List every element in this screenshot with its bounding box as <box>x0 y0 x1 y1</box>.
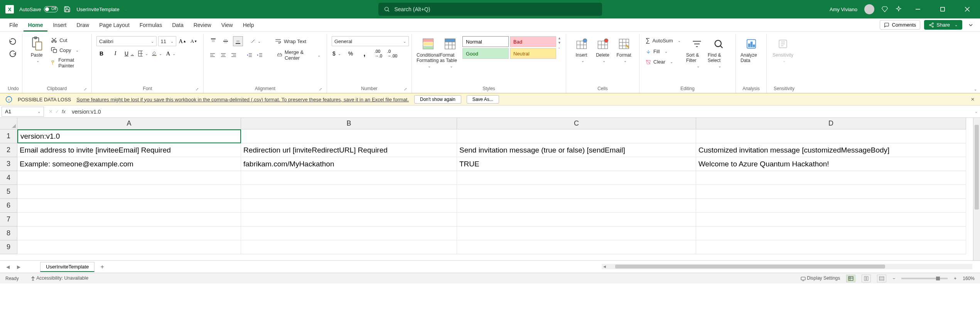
cell-B6[interactable] <box>241 199 457 213</box>
align-top-icon[interactable] <box>208 36 218 46</box>
cell-B2[interactable]: Redirection url [inviteRedirectURL] Requ… <box>241 143 457 157</box>
clear-button[interactable]: Clear⌄ <box>644 58 682 65</box>
cell-D9[interactable] <box>696 240 966 254</box>
number-format-select[interactable]: General⌄ <box>332 36 409 46</box>
document-name[interactable]: UserInviteTemplate⌄ <box>76 7 127 12</box>
row-header-9[interactable]: 9 <box>0 240 17 254</box>
msgbar-text[interactable]: Some features might be lost if you save … <box>76 97 409 102</box>
bold-button[interactable]: B <box>96 49 106 59</box>
row-header-3[interactable]: 3 <box>0 157 17 171</box>
cell-D8[interactable] <box>696 226 966 240</box>
dont-show-again-button[interactable]: Don't show again <box>414 95 461 104</box>
cell-C2[interactable]: Send invitation message (true or false) … <box>457 143 696 157</box>
maximize-button[interactable] <box>934 0 951 18</box>
cell-A7[interactable] <box>17 213 241 226</box>
name-box[interactable]: A1⌄ <box>2 107 44 117</box>
tab-review[interactable]: Review <box>189 18 216 32</box>
autosave-toggle[interactable]: AutoSave Off <box>19 6 58 12</box>
format-table-button[interactable]: Format as Table⌄ <box>440 36 460 68</box>
cell-C5[interactable] <box>457 185 696 199</box>
vertical-scrollbar[interactable] <box>973 118 980 260</box>
insert-cells-button[interactable]: Insert⌄ <box>571 36 592 63</box>
zoom-in-icon[interactable]: + <box>954 276 956 281</box>
cell-B1[interactable] <box>241 129 457 143</box>
share-button[interactable]: Share⌄ <box>924 20 962 30</box>
analyze-data-button[interactable]: Analyze Data <box>740 36 762 63</box>
row-header-8[interactable]: 8 <box>0 226 17 240</box>
cell-A6[interactable] <box>17 199 241 213</box>
cell-D2[interactable]: Customized invitation message [customize… <box>696 143 966 157</box>
increase-font-icon[interactable]: A▲ <box>178 36 187 46</box>
cell-C1[interactable] <box>457 129 696 143</box>
cut-button[interactable]: Cut <box>49 36 87 44</box>
row-header-7[interactable]: 7 <box>0 213 17 226</box>
cell-D7[interactable] <box>696 213 966 226</box>
sheet-nav-prev-icon[interactable]: ◀ <box>4 263 12 271</box>
comma-icon[interactable]: , <box>359 49 369 59</box>
tab-insert[interactable]: Insert <box>48 18 71 32</box>
formula-input[interactable]: version:v1.0 <box>69 109 972 115</box>
view-normal-icon[interactable] <box>846 275 855 282</box>
delete-cells-button[interactable]: Delete⌄ <box>592 36 613 63</box>
cell-D6[interactable] <box>696 199 966 213</box>
font-name-select[interactable]: Calibri⌄ <box>96 36 157 46</box>
sheet-tab-1[interactable]: UserInviteTemplate <box>40 262 94 272</box>
cell-C4[interactable] <box>457 171 696 185</box>
sort-filter-button[interactable]: Sort & Filter⌄ <box>686 36 708 68</box>
search-input[interactable]: Search (Alt+Q) <box>378 3 602 16</box>
ribbon-display-options[interactable] <box>966 20 975 30</box>
format-cells-button[interactable]: Format⌄ <box>613 36 634 63</box>
collapse-ribbon-icon[interactable]: ⌄ <box>974 87 977 91</box>
col-header-D[interactable]: D <box>696 118 966 129</box>
close-button[interactable] <box>958 0 976 18</box>
cell-D3[interactable]: Welcome to Azure Quantum Hackathon! <box>696 157 966 171</box>
cell-D1[interactable] <box>696 129 966 143</box>
tab-file[interactable]: File <box>5 18 23 32</box>
percent-icon[interactable]: % <box>346 49 356 59</box>
merge-center-button[interactable]: Merge & Center⌄ <box>275 49 322 62</box>
cell-A2[interactable]: Email address to invite [inviteeEmail] R… <box>17 143 241 157</box>
save-as-button[interactable]: Save As... <box>467 95 499 104</box>
tab-help[interactable]: Help <box>238 18 259 32</box>
style-bad[interactable]: Bad <box>510 36 556 47</box>
conditional-formatting-button[interactable]: Conditional Formatting⌄ <box>417 36 440 68</box>
cell-B8[interactable] <box>241 226 457 240</box>
row-header-5[interactable]: 5 <box>0 185 17 199</box>
fill-color-button[interactable]: ⌄ <box>152 49 162 59</box>
comments-button[interactable]: Comments <box>880 20 920 30</box>
cell-D5[interactable] <box>696 185 966 199</box>
font-color-button[interactable]: A⌄ <box>166 49 176 59</box>
col-header-B[interactable]: B <box>241 118 457 129</box>
view-page-break-icon[interactable] <box>877 275 886 282</box>
expand-formula-bar-icon[interactable]: ⌄ <box>972 109 980 114</box>
save-icon[interactable] <box>63 5 71 13</box>
font-size-select[interactable]: 11⌄ <box>158 36 176 46</box>
diamond-icon[interactable] <box>881 6 888 13</box>
cell-A3[interactable]: Example: someone@example.com <box>17 157 241 171</box>
style-good[interactable]: Good <box>462 48 509 59</box>
avatar[interactable] <box>864 4 874 14</box>
col-header-A[interactable]: A <box>17 118 241 129</box>
horizontal-scrollbar[interactable]: ◀ <box>602 264 972 269</box>
tab-formulas[interactable]: Formulas <box>135 18 167 32</box>
align-left-icon[interactable] <box>208 50 217 60</box>
minimize-button[interactable] <box>909 0 927 18</box>
coming-soon-icon[interactable] <box>895 6 902 13</box>
cell-A1[interactable]: version:v1.0 <box>17 129 241 143</box>
find-select-button[interactable]: Find & Select⌄ <box>708 36 729 68</box>
increase-indent-icon[interactable] <box>256 50 264 60</box>
autosum-button[interactable]: ∑AutoSum⌄ <box>644 36 682 45</box>
fx-icon[interactable]: fx <box>62 109 66 114</box>
decrease-decimal-icon[interactable]: .0→.00 <box>387 49 397 59</box>
cell-B9[interactable] <box>241 240 457 254</box>
cell-B7[interactable] <box>241 213 457 226</box>
increase-decimal-icon[interactable]: .00→.0 <box>373 49 383 59</box>
cell-B3[interactable]: fabrikam.com/MyHackathon <box>241 157 457 171</box>
align-right-icon[interactable] <box>229 50 238 60</box>
italic-button[interactable]: I <box>110 49 120 59</box>
undo-button[interactable] <box>8 36 18 46</box>
cell-A9[interactable] <box>17 240 241 254</box>
row-header-4[interactable]: 4 <box>0 171 17 185</box>
align-center-icon[interactable] <box>219 50 228 60</box>
wrap-text-button[interactable]: Wrap Text <box>273 37 308 45</box>
